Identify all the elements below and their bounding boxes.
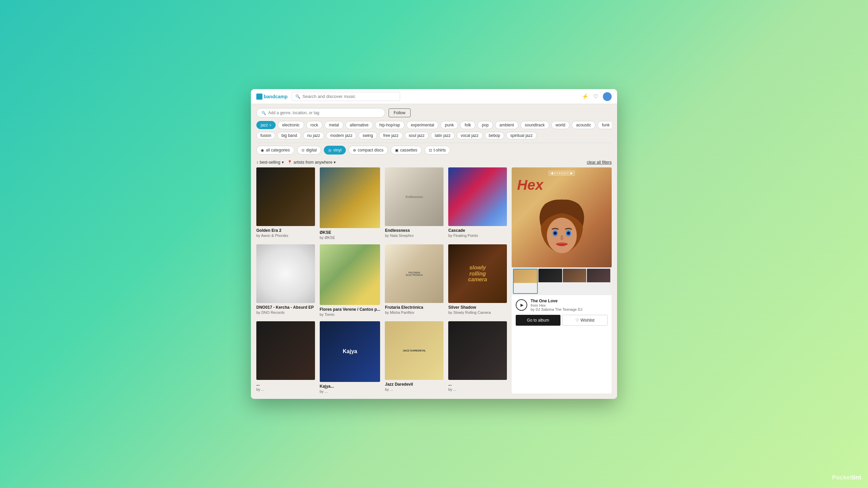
album-card-cascade[interactable]: Cascadeby Floating Points	[448, 167, 507, 240]
genre-tag-metal[interactable]: metal	[324, 121, 343, 129]
logo-text: bandcamp	[264, 94, 288, 99]
album-title-golden-era-2: Golden Era 2	[256, 228, 315, 233]
go-to-album-button[interactable]: Go to album	[516, 315, 560, 326]
wishlist-label: Wishlist	[580, 318, 594, 323]
genre-tag-electronic[interactable]: electronic	[278, 121, 304, 129]
genre-tag-jazz[interactable]: jazz×	[256, 121, 276, 129]
lightning-icon[interactable]: ⚡	[582, 93, 589, 100]
album-artist-golden-era-2: by Awon & Phoniks	[256, 233, 315, 238]
genre-tag-punk[interactable]: punk	[440, 121, 458, 129]
featured-actions: Go to album ♡ Wishlist	[512, 315, 612, 330]
avatar[interactable]	[603, 92, 612, 101]
format-tab-t-shirts[interactable]: ⊡t-shirts	[425, 146, 450, 155]
album-art-endlessness: Endlessness	[385, 167, 443, 226]
stereo-text: STEREO	[554, 172, 569, 175]
follow-button[interactable]: Follow	[389, 108, 411, 117]
album-artist-bottom4: by ...	[448, 387, 507, 391]
album-artist-silver-shadow: by Slowly Rolling Camera	[448, 310, 507, 314]
album-card-okse[interactable]: ØKSEby ØKSE	[320, 167, 380, 240]
featured-thumb-3[interactable]	[563, 269, 586, 293]
sub-genre-tag-modern-jazz[interactable]: modern jazz	[326, 132, 356, 139]
sort-button[interactable]: ↕ best-selling ▾	[256, 160, 284, 165]
genre-tag-acoustic[interactable]: acoustic	[572, 121, 595, 129]
wishlist-heart-icon: ♡	[575, 318, 579, 323]
album-title-endlessness: Endlessness	[385, 228, 443, 233]
genre-tag-ambient[interactable]: ambient	[495, 121, 518, 129]
album-card-frutaria[interactable]: FRUTARIAELECTRÓNICAFrutaria Electrónicab…	[385, 244, 443, 317]
album-art-golden-era-2	[256, 167, 315, 226]
album-card-dno017[interactable]: DNO017 - Kercha - Absurd EPby DNO Record…	[256, 244, 315, 317]
featured-player: ▶ The One Love from Hex by DJ Sabrina Th…	[512, 295, 612, 315]
album-card-golden-era-2[interactable]: Golden Era 2by Awon & Phoniks	[256, 167, 315, 240]
sub-genre-tag-nu-jazz[interactable]: nu jazz	[303, 132, 324, 139]
digital-label: digital	[306, 148, 317, 152]
logo[interactable]: bandcamp	[256, 94, 288, 100]
sub-genre-row: fusionbig bandnu jazzmodern jazzswingfre…	[256, 132, 612, 139]
sub-genre-tag-big-band[interactable]: big band	[277, 132, 301, 139]
sort-arrow: ▾	[282, 160, 284, 165]
album-card-endlessness[interactable]: EndlessnessEndlessnessby Nala Sinephro	[385, 167, 443, 240]
format-row: ◉all categories⊙digital◎vinyl⊚compact di…	[256, 143, 612, 157]
genre-tag-funk[interactable]: funk	[597, 121, 612, 129]
vinyl-label: vinyl	[333, 148, 341, 152]
sub-genre-tag-swing[interactable]: swing	[358, 132, 377, 139]
album-art-flores	[320, 244, 380, 305]
format-tab-compact-discs[interactable]: ⊚compact discs	[349, 146, 388, 155]
sub-genre-tag-latin-jazz[interactable]: latin jazz	[431, 132, 455, 139]
album-art-cascade	[448, 167, 507, 226]
genre-tag-soundtrack[interactable]: soundtrack	[520, 121, 549, 129]
featured-thumb-4[interactable]	[587, 269, 610, 293]
genre-tag-folk[interactable]: folk	[460, 121, 475, 129]
clear-filters-button[interactable]: clear all filters	[587, 160, 612, 165]
svg-point-1	[547, 218, 576, 253]
genre-tag-pop[interactable]: pop	[477, 121, 493, 129]
location-button[interactable]: 📍 artists from anywhere ▾	[287, 160, 336, 165]
pocketlint-watermark: Pocketlint	[832, 474, 861, 481]
search-icon: 🔍	[295, 94, 300, 99]
all-categories-label: all categories	[266, 148, 290, 152]
album-card-jazz-daredevil[interactable]: JAZZ DAREDEVILJazz Daredevilby ...	[385, 321, 443, 393]
album-title-silver-shadow: Silver Shadow	[448, 305, 507, 310]
wishlist-icon[interactable]: ♡	[593, 93, 598, 100]
cassettes-icon: ▣	[395, 148, 398, 152]
sub-genre-tag-soul-jazz[interactable]: soul jazz	[405, 132, 429, 139]
album-card-flores[interactable]: Flores para Verene / Cantos p...by Tomin	[320, 244, 380, 317]
format-tab-cassettes[interactable]: ▣cassettes	[391, 146, 422, 155]
genre-tag-experimental[interactable]: experimental	[407, 121, 439, 129]
genre-tag-rock[interactable]: rock	[306, 121, 323, 129]
search-input[interactable]	[302, 94, 396, 99]
sub-genre-tag-bebop[interactable]: bebop	[485, 132, 504, 139]
genre-tag-alternative[interactable]: alternative	[346, 121, 373, 129]
sub-genre-tag-free-jazz[interactable]: free jazz	[379, 132, 402, 139]
tag-search-row: 🔍 Follow	[256, 108, 612, 118]
play-button[interactable]: ▶	[516, 299, 527, 311]
album-artist-jazz-daredevil: by ...	[385, 387, 443, 391]
format-tab-vinyl[interactable]: ◎vinyl	[324, 146, 346, 155]
sort-icon: ↕	[256, 160, 258, 165]
album-card-silver-shadow[interactable]: slowlyrollingcameraSilver Shadowby Slowl…	[448, 244, 507, 317]
compact-discs-label: compact discs	[358, 148, 383, 152]
album-card-bottom1[interactable]: ...by ...	[256, 321, 315, 393]
sub-genre-tag-vocal-jazz[interactable]: vocal jazz	[457, 132, 483, 139]
featured-thumb-2[interactable]	[538, 269, 562, 293]
sort-label: best-selling	[260, 160, 280, 165]
wishlist-button[interactable]: ♡ Wishlist	[563, 315, 608, 326]
album-art-okse	[320, 167, 380, 228]
tag-input[interactable]	[268, 110, 380, 115]
album-artist-frutaria: by Misha Panfilov	[385, 310, 443, 314]
format-tab-digital[interactable]: ⊙digital	[297, 146, 321, 155]
player-info: The One Love from Hex by DJ Sabrina The …	[531, 299, 608, 311]
featured-thumb-1[interactable]	[513, 269, 538, 293]
sub-genre-tag-fusion[interactable]: fusion	[256, 132, 275, 139]
album-title-jazz-daredevil: Jazz Daredevil	[385, 382, 443, 387]
genre-row: jazz×electronicrockmetalalternativehip-h…	[256, 121, 612, 129]
format-tab-all-categories[interactable]: ◉all categories	[256, 146, 294, 155]
search-bar[interactable]: 🔍	[292, 92, 400, 101]
album-card-bottom4[interactable]: ...by ...	[448, 321, 507, 393]
genre-tag-hip-hop-rap[interactable]: hip-hop/rap	[375, 121, 405, 129]
tag-input-container[interactable]: 🔍	[256, 108, 385, 118]
album-artist-cascade: by Floating Points	[448, 233, 507, 238]
album-card-bottom2[interactable]: KajyaKajya...by ...	[320, 321, 380, 393]
genre-tag-world[interactable]: world	[551, 121, 570, 129]
sub-genre-tag-spiritual-jazz[interactable]: spiritual jazz	[506, 132, 537, 139]
